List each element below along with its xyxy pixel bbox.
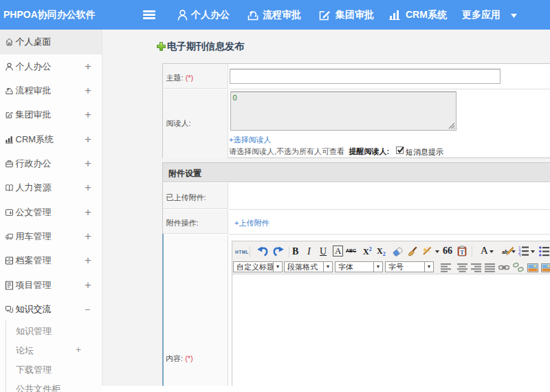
svg-text:T: T — [460, 249, 464, 256]
svg-text:3: 3 — [518, 253, 521, 257]
